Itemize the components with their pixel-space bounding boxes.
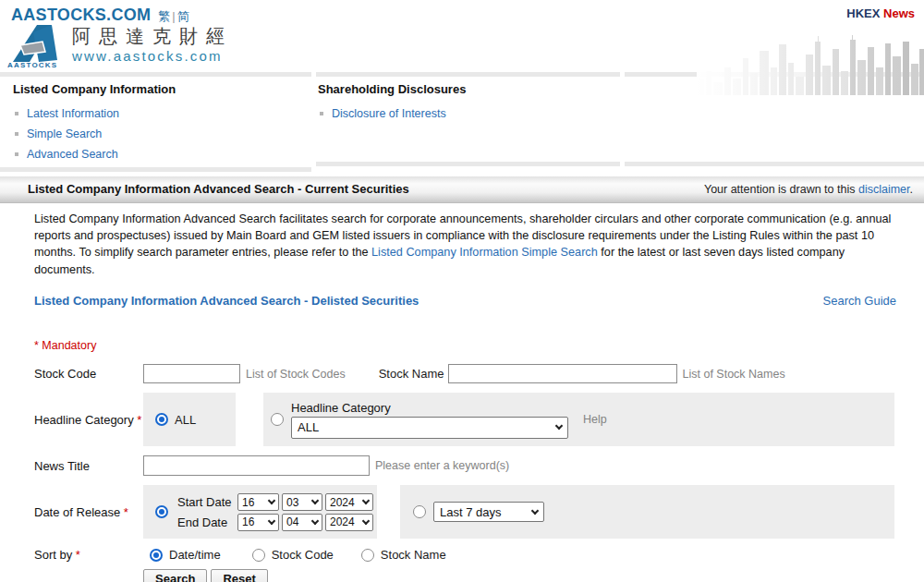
date-of-release-row: Date of Release * Start Date 16 03 2024 … [0,485,924,539]
end-date-label: End Date [177,515,235,529]
chevron-down-icon [362,516,370,524]
city-skyline-image [697,34,924,95]
chevron-down-icon [311,516,319,524]
logo-triangle-icon [11,23,61,64]
mandatory-note: * Mandatory [0,339,924,352]
lang-simplified-link[interactable]: 简 [177,9,189,23]
nav-link-disclosure-of-interests[interactable]: Disclosure of Interests [332,106,446,122]
news-title-input[interactable] [143,455,370,476]
nav-divider-bar [0,167,311,172]
nav-link-simple-search[interactable]: Simple Search [27,127,102,142]
list-item: Advanced Search [15,147,311,163]
sort-stock-name-label: Stock Name [381,548,446,562]
sort-stock-code-radio[interactable] [252,549,265,562]
start-month-select[interactable]: 03 [282,493,322,511]
nav-divider-bar [316,162,620,166]
news-title-label: News Title [34,459,143,473]
simple-search-link[interactable]: Listed Company Information Simple Search [371,246,598,259]
aastocks-logo[interactable]: AASTOCKS 阿思達克財經 www.aastocks.com [11,23,233,69]
headline-category-select-value: ALL [298,420,319,434]
stock-code-input[interactable] [143,364,240,383]
aastocks-logo-icon: AASTOCKS [11,23,61,69]
date-range-cell: Start Date 16 03 2024 End Date 16 04 202… [143,485,377,539]
reset-button[interactable]: Reset [211,569,267,582]
bullet-icon [15,132,18,136]
sort-by-row: Sort by * Date/time Stock Code Stock Nam… [0,548,924,562]
chevron-down-icon [311,497,319,504]
sort-stock-name-group: Stock Name [361,548,446,562]
hkex-news-label: News [883,6,915,20]
search-button[interactable]: Search [143,569,207,582]
chevron-down-icon [268,516,275,524]
date-of-release-label: Date of Release * [34,505,143,519]
quick-range-select[interactable]: Last 7 days [433,502,544,522]
language-switcher: 繁|简 [158,8,188,25]
list-item: Simple Search [15,127,311,142]
end-day-select[interactable]: 16 [237,514,279,531]
logo-row: AASTOCKS 阿思達克財經 www.aastocks.com [0,25,924,70]
end-year-select[interactable]: 2024 [325,514,373,531]
date-range-radio[interactable] [155,505,168,518]
sort-stock-code-label: Stock Code [272,548,334,562]
headline-help-link[interactable]: Help [583,413,607,426]
chevron-down-icon [268,497,275,504]
nav-title-listed-company: Listed Company Information [0,82,311,96]
page-title: Listed Company Information Advanced Sear… [28,182,409,196]
stock-code-hint: List of Stock Codes [246,368,346,381]
headline-all-option-label: ALL [175,413,196,427]
intro-paragraph: Listed Company Information Advanced Sear… [34,211,894,279]
headline-dropdown-cell: Headline Category ALL Help [263,393,894,446]
aastocks-brand-link[interactable]: AASTOCKS.COM [11,6,151,25]
logo-url: www.aastocks.com [72,48,233,64]
headline-all-radio[interactable] [155,413,168,426]
start-year-select[interactable]: 2024 [325,493,373,511]
hkex-news-logo[interactable]: HKEX News [846,6,915,20]
chevron-down-icon [531,507,539,515]
headline-category-radio[interactable] [271,413,284,426]
nav-column-listed-company: Listed Company Information Latest Inform… [0,72,311,172]
lang-separator: | [170,9,176,23]
logo-chinese-name: 阿思達克財經 [72,26,233,46]
sort-stock-code-group: Stock Code [252,548,334,562]
nav-divider-bar [625,162,924,166]
section-title-bar: Listed Company Information Advanced Sear… [0,176,924,203]
headline-dropdown-label: Headline Category [291,401,568,415]
delisted-securities-link[interactable]: Listed Company Information Advanced Sear… [34,294,419,308]
nav-title-shareholding: Shareholding Disclosures [316,82,620,96]
disclaimer-link[interactable]: disclaimer [858,183,910,196]
start-day-select[interactable]: 16 [237,493,279,511]
headline-category-label: Headline Category * [34,413,143,427]
sort-datetime-group: Date/time [150,548,221,562]
headline-all-cell: ALL [143,393,236,446]
last-7-days-cell: Last 7 days [400,485,894,539]
stock-name-hint: List of Stock Names [683,368,785,381]
end-month-select[interactable]: 04 [282,514,322,531]
sub-links-row: Listed Company Information Advanced Sear… [0,294,924,308]
lang-traditional-link[interactable]: 繁 [158,9,170,23]
top-bar: AASTOCKS.COM 繁|简 HKEX News [0,0,924,25]
news-title-hint: Please enter a keyword(s) [375,459,509,472]
nav-link-advanced-search[interactable]: Advanced Search [27,147,118,163]
stock-code-label: Stock Code [34,367,143,381]
stock-name-input[interactable] [448,364,677,383]
sort-datetime-label: Date/time [169,548,221,562]
list-item: Disclosure of Interests [320,106,620,122]
form-buttons-row: Search Reset [0,569,924,582]
stock-name-label: Stock Name [379,367,444,381]
page: AASTOCKS.COM 繁|简 HKEX News AASTOCKS [0,0,924,582]
nav-link-latest-information[interactable]: Latest Information [27,106,119,122]
last-7-days-radio[interactable] [413,505,426,518]
header: AASTOCKS.COM 繁|简 HKEX News AASTOCKS [0,0,924,71]
hkex-label: HKEX [846,6,880,20]
chevron-down-icon [362,497,370,504]
bullet-icon [15,152,18,156]
headline-category-select[interactable]: ALL [291,417,568,439]
list-item: Latest Information [15,106,311,122]
logo-wordmark: AASTOCKS [7,61,57,69]
search-guide-link[interactable]: Search Guide [823,294,897,308]
sort-stock-name-radio[interactable] [361,549,374,562]
sort-datetime-radio[interactable] [150,549,163,562]
bullet-icon [15,112,18,115]
sort-by-label: Sort by * [34,548,143,562]
nav-column-shareholding: Shareholding Disclosures Disclosure of I… [316,72,620,172]
